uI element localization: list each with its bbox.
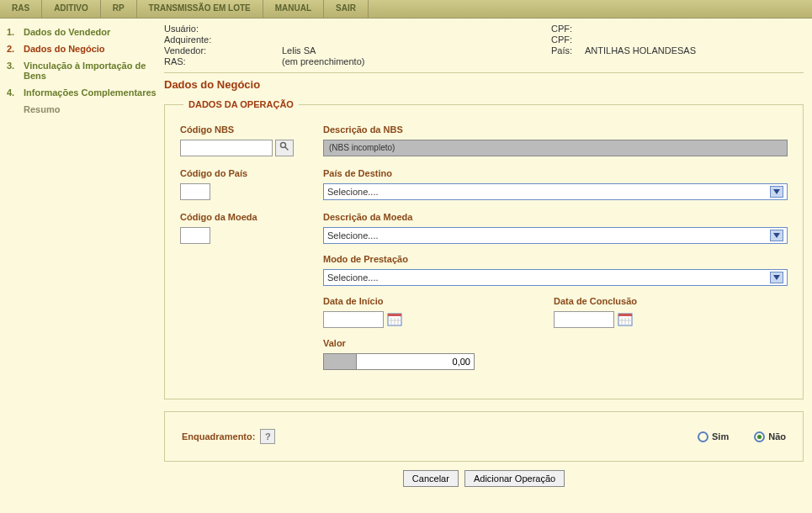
descricao-moeda-label: Descrição da Moeda: [323, 212, 788, 222]
descricao-nbs-value: (NBS incompleto): [323, 140, 788, 156]
step-num: 2.: [7, 44, 19, 54]
sidebar-step-1[interactable]: 1. Dados do Vendedor: [7, 27, 157, 37]
codigo-nbs-label: Código NBS: [180, 124, 306, 135]
calendar-icon[interactable]: [387, 311, 402, 328]
step-label: Dados do Vendedor: [24, 27, 110, 37]
data-conclusao-input[interactable]: [554, 311, 614, 328]
step-num: 4.: [7, 87, 19, 98]
header-info: Usuário: Adquirente: Vendedor:Lelis SA R…: [164, 24, 804, 73]
usuario-label: Usuário:: [164, 24, 282, 34]
sidebar: 1. Dados do Vendedor 2. Dados do Negócio…: [0, 19, 164, 504]
pais-destino-label: País de Destino: [323, 168, 788, 178]
menu-manual[interactable]: MANUAL: [263, 0, 324, 18]
step-label: Dados do Negócio: [24, 44, 105, 54]
step-label: Informações Complementares: [24, 87, 157, 98]
codigo-nbs-input[interactable]: [180, 140, 273, 156]
radio-icon: [754, 431, 765, 442]
pais-destino-select[interactable]: Selecione....: [323, 183, 788, 200]
vendedor-value: Lelis SA: [282, 45, 316, 56]
step-label: Vinculação à Importação de Bens: [24, 61, 157, 81]
codigo-pais-label: Código do País: [180, 168, 306, 178]
svg-rect-6: [388, 314, 401, 316]
valor-label: Valor: [323, 338, 788, 348]
search-nbs-button[interactable]: [275, 140, 294, 156]
vendedor-label: Vendedor:: [164, 45, 282, 56]
cancelar-button[interactable]: Cancelar: [403, 470, 459, 487]
descricao-moeda-select[interactable]: Selecione....: [323, 227, 788, 244]
codigo-pais-input[interactable]: [180, 183, 210, 200]
modo-prestacao-label: Modo de Prestação: [323, 254, 788, 264]
page-title: Dados do Negócio: [164, 78, 804, 91]
sidebar-step-4[interactable]: 4. Informações Complementares: [7, 87, 157, 98]
menu-rp[interactable]: RP: [101, 0, 137, 18]
menu-transmissao[interactable]: TRANSMISSÃO EM LOTE: [137, 0, 263, 18]
adquirente-label: Adquirente:: [164, 34, 282, 45]
enq-nao-option[interactable]: Não: [754, 431, 786, 442]
search-icon: [279, 141, 289, 151]
menu-ras[interactable]: RAS: [0, 0, 42, 18]
sim-label: Sim: [712, 431, 729, 442]
enq-sim-option[interactable]: Sim: [698, 431, 729, 442]
select-value: Selecione....: [327, 272, 379, 283]
sidebar-step-2[interactable]: 2. Dados do Negócio: [7, 44, 157, 54]
codigo-moeda-input[interactable]: [180, 227, 210, 244]
descricao-nbs-label: Descrição da NBS: [323, 124, 788, 135]
help-icon[interactable]: ?: [260, 429, 275, 444]
dados-operacao-fieldset: DADOS DA OPERAÇÃO Código NBS Descrição d…: [164, 99, 804, 399]
pais-value: ANTILHAS HOLANDESAS: [585, 45, 696, 56]
svg-rect-12: [618, 314, 632, 316]
select-value: Selecione....: [327, 187, 379, 197]
svg-point-0: [281, 143, 286, 148]
step-num: 1.: [7, 27, 19, 37]
cpf2-label: CPF:: [551, 34, 585, 45]
chevron-down-icon: [770, 230, 783, 241]
codigo-moeda-label: Código da Moeda: [180, 212, 306, 222]
data-inicio-input[interactable]: [323, 311, 384, 328]
adicionar-operacao-button[interactable]: Adicionar Operação: [464, 470, 565, 487]
modo-prestacao-select[interactable]: Selecione....: [323, 269, 788, 286]
valor-input[interactable]: [357, 353, 475, 370]
svg-marker-2: [773, 189, 780, 194]
data-conclusao-label: Data de Conclusão: [554, 296, 637, 306]
svg-line-1: [285, 147, 289, 151]
pais-label: País:: [551, 45, 585, 56]
select-value: Selecione....: [327, 230, 379, 241]
sidebar-resumo[interactable]: Resumo: [7, 104, 157, 114]
ras-label: RAS:: [164, 56, 282, 66]
sidebar-step-3[interactable]: 3. Vinculação à Importação de Bens: [7, 61, 157, 81]
enquadramento-label: Enquadramento:: [182, 431, 255, 442]
svg-marker-3: [773, 233, 780, 238]
calendar-icon[interactable]: [618, 311, 633, 328]
chevron-down-icon: [770, 186, 783, 198]
cpf1-label: CPF:: [551, 24, 585, 34]
radio-icon: [698, 431, 709, 442]
menu-sair[interactable]: SAIR: [324, 0, 369, 18]
top-menu: RAS ADITIVO RP TRANSMISSÃO EM LOTE MANUA…: [0, 0, 812, 19]
data-inicio-label: Data de Início: [323, 296, 402, 306]
fieldset-legend: DADOS DA OPERAÇÃO: [183, 99, 299, 109]
valor-prefix: [323, 353, 357, 370]
nao-label: Não: [768, 431, 786, 442]
ras-value: (em preenchimento): [282, 56, 364, 66]
enquadramento-box: Enquadramento: ? Sim Não: [164, 411, 804, 462]
chevron-down-icon: [770, 272, 783, 283]
svg-marker-4: [773, 275, 780, 280]
step-num: 3.: [7, 61, 19, 81]
menu-aditivo[interactable]: ADITIVO: [42, 0, 101, 18]
